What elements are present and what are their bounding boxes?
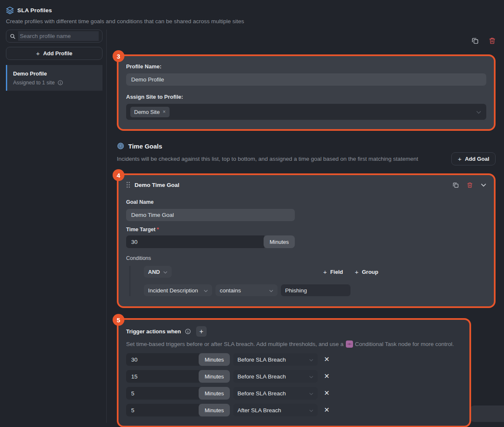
site-tag: Demo Site × [130, 107, 170, 117]
info-icon[interactable] [57, 80, 63, 86]
search-input[interactable] [18, 31, 99, 41]
condition-field-select[interactable]: Incident Description [144, 284, 212, 296]
chevron-down-icon [481, 183, 486, 187]
sla-profiles-page: SLA Profiles Create profiles with differ… [0, 0, 504, 427]
remove-trigger-button[interactable]: ✕ [324, 356, 329, 363]
trigger-value-input[interactable] [126, 404, 199, 416]
trigger-value-input[interactable] [126, 353, 199, 366]
trash-icon [467, 182, 473, 188]
time-target-input[interactable] [126, 235, 264, 248]
trigger-unit[interactable]: Minutes [199, 404, 230, 416]
trigger-value-input[interactable] [126, 387, 199, 400]
add-field-button[interactable]: + Field [323, 268, 343, 276]
condition-value-input[interactable] [281, 284, 350, 296]
duplicate-profile-button[interactable] [472, 37, 479, 44]
chevron-down-icon [269, 287, 273, 294]
copy-icon [472, 37, 479, 44]
add-profile-button[interactable]: + Add Profile [6, 47, 102, 60]
trash-icon [489, 37, 496, 44]
condition-row: Incident Description contains [144, 284, 383, 296]
info-icon[interactable] [185, 328, 191, 335]
trigger-row: Minutes After SLA Breach ✕ [126, 404, 462, 416]
time-goals-description: Incidents will be checked against this l… [117, 156, 418, 162]
profile-toolbar [117, 36, 496, 45]
trigger-timing-select[interactable]: Before SLA Breach [233, 370, 318, 383]
goal-name-input[interactable] [126, 209, 295, 221]
assign-site-select[interactable]: Demo Site × [126, 104, 486, 120]
partially-visible-button[interactable] [469, 405, 504, 422]
time-goal-card: 4 Demo Time Goal [117, 173, 496, 308]
trigger-value-input[interactable] [126, 370, 199, 383]
remove-trigger-button[interactable]: ✕ [324, 373, 329, 380]
delete-profile-button[interactable] [489, 37, 496, 44]
condition-operator-select[interactable]: contains [216, 284, 278, 296]
page-subtitle: Create profiles with different time goal… [6, 18, 498, 24]
remove-trigger-button[interactable]: ✕ [324, 407, 329, 413]
profile-editor: 3 Profile Name: Assign Site to Profile: … [107, 30, 504, 423]
delete-goal-button[interactable] [467, 182, 473, 188]
trigger-actions-description: Set time-based triggers before or after … [126, 341, 462, 348]
profile-details-section: 3 Profile Name: Assign Site to Profile: … [117, 54, 496, 131]
collapse-goal-button[interactable] [481, 183, 486, 187]
remove-trigger-button[interactable]: ✕ [324, 390, 329, 397]
chevron-down-icon [476, 108, 481, 116]
trigger-rows: Minutes Before SLA Breach ✕ [126, 353, 462, 416]
add-profile-label: Add Profile [43, 50, 72, 57]
assign-site-label: Assign Site to Profile: [126, 94, 486, 100]
trigger-timing-select[interactable]: Before SLA Breach [233, 353, 318, 366]
conditions-group: AND + Field [129, 266, 383, 296]
add-goal-label: Add Goal [465, 156, 489, 162]
conditional-task-icon [346, 341, 353, 348]
callout-badge-5: 5 [113, 314, 124, 326]
trigger-unit[interactable]: Minutes [199, 387, 230, 400]
trigger-unit[interactable]: Minutes [199, 370, 230, 383]
profile-name-input[interactable] [126, 73, 486, 86]
chevron-down-icon [309, 373, 313, 380]
duplicate-goal-button[interactable] [453, 182, 459, 188]
trigger-timing-select[interactable]: After SLA Breach [233, 404, 318, 416]
chevron-down-icon [163, 269, 167, 275]
plus-icon: + [458, 155, 461, 162]
trigger-actions-title: Trigger actions when [126, 328, 181, 335]
callout-badge-3: 3 [113, 50, 124, 62]
layers-icon [6, 6, 14, 14]
profile-search [6, 30, 102, 43]
profile-list-item[interactable]: Demo Profile Assigned to 1 site [6, 65, 102, 91]
plus-icon: + [323, 268, 327, 276]
time-goals-title: Time Goals [128, 143, 162, 150]
trigger-timing-select[interactable]: Before SLA Breach [233, 387, 318, 400]
trigger-row: Minutes Before SLA Breach ✕ [126, 387, 462, 400]
conditions-label: Conditions [126, 255, 486, 261]
plus-icon: + [355, 268, 358, 276]
chevron-down-icon [204, 287, 208, 294]
trigger-actions-section: 5 Trigger actions when + Set time-based … [117, 318, 471, 427]
trigger-unit[interactable]: Minutes [199, 353, 230, 366]
remove-site-tag-icon[interactable]: × [163, 109, 166, 115]
target-icon [117, 142, 124, 150]
search-icon [10, 33, 16, 39]
add-group-button[interactable]: + Group [355, 268, 378, 276]
site-tag-label: Demo Site [134, 109, 160, 115]
trigger-row: Minutes Before SLA Breach ✕ [126, 353, 462, 366]
profiles-sidebar: + Add Profile Demo Profile Assigned to 1… [0, 30, 107, 423]
chevron-down-icon [309, 390, 313, 397]
profile-item-assigned: Assigned to 1 site [13, 80, 55, 86]
time-target-label: Time Target* [126, 227, 486, 232]
logic-operator-select[interactable]: AND [144, 266, 172, 278]
page-title: SLA Profiles [17, 7, 52, 14]
profile-name-label: Profile Name: [126, 63, 486, 70]
close-icon: ✕ [324, 373, 329, 380]
drag-handle-icon[interactable] [126, 181, 130, 188]
time-goal-card-header: Demo Time Goal [126, 181, 486, 188]
time-target-unit[interactable]: Minutes [264, 235, 295, 248]
trigger-row: Minutes Before SLA Breach ✕ [126, 370, 462, 383]
callout-badge-4: 4 [113, 169, 124, 181]
time-goals-header: Time Goals [117, 142, 496, 150]
copy-icon [453, 182, 459, 188]
close-icon: ✕ [324, 356, 329, 363]
add-trigger-button[interactable]: + [196, 326, 207, 337]
goal-name-label: Goal Name [126, 199, 486, 205]
add-goal-button[interactable]: + Add Goal [451, 152, 496, 165]
close-icon: ✕ [324, 389, 329, 397]
plus-icon: + [36, 50, 40, 57]
